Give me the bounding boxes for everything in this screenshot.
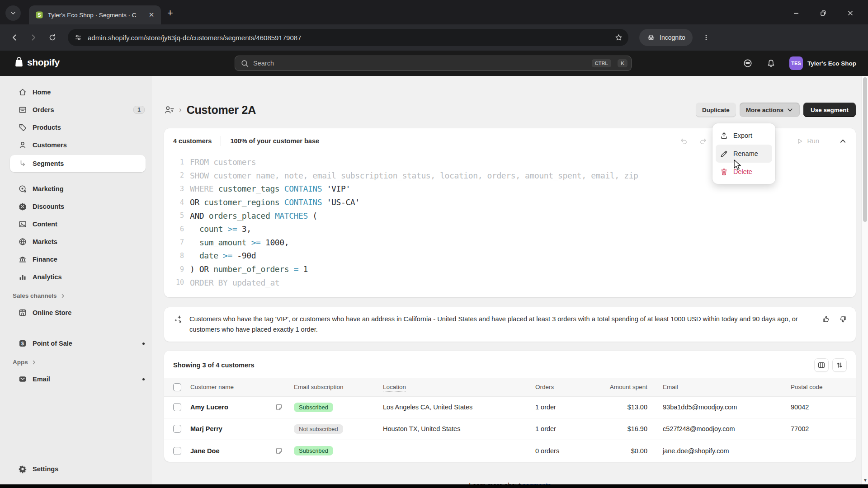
browser-menu-icon[interactable] [703,34,710,41]
undo-button[interactable] [679,137,688,145]
sidebar-item-analytics[interactable]: Analytics [0,268,152,286]
mouse-cursor [732,159,744,172]
search-icon [241,59,249,68]
sidekick-icon[interactable] [743,58,753,68]
bookmark-star-icon[interactable] [614,33,623,42]
select-all-checkbox[interactable] [173,383,181,391]
row-checkbox[interactable] [173,403,181,411]
scrollbar[interactable]: ▼ [861,76,868,484]
thumbs-down-icon[interactable] [838,315,847,324]
global-search-input[interactable]: Search CTRL K [235,56,632,71]
collapse-editor-button[interactable] [839,137,847,145]
line-number: 6 [172,225,184,233]
new-tab-button[interactable]: + [167,7,173,19]
sidebar-item-finance[interactable]: Finance [0,251,152,268]
cell-postal-code: 90042 [791,404,847,411]
table-row[interactable]: Jane DoeSubscribed0 orders$0.00jane.doe@… [164,440,856,462]
query-line-9[interactable]: 9) OR number_of_orders = 1 [172,263,847,276]
cell-customer-name[interactable]: Marj Perry [190,425,294,432]
row-checkbox[interactable] [173,447,181,455]
sidebar-item-home[interactable]: Home [0,84,152,101]
export-icon [720,131,728,140]
edit-columns-button[interactable] [814,358,829,372]
query-line-4[interactable]: 4OR customer_regions CONTAINS 'US-CA' [172,196,847,209]
query-line-8[interactable]: 8 date >= -90d [172,249,847,263]
tab-close-button[interactable]: ✕ [146,10,156,20]
query-line-6[interactable]: 6 count >= 3, [172,222,847,236]
subscription-badge: Not subscribed [294,424,343,434]
cell-customer-name[interactable]: Jane Doe [190,447,294,455]
use-segment-button[interactable]: Use segment [803,103,856,117]
menu-item-label: Rename [733,150,758,157]
back-button[interactable] [6,29,23,46]
shopify-topbar: shopify Search CTRL K TES Tyler's Eco Sh… [0,51,868,76]
table-row[interactable]: Amy LuceroSubscribedLos Angeles CA, Unit… [164,397,856,418]
browser-tab[interactable]: S Tyler's Eco Shop · Segments · C ✕ [29,5,161,24]
sidebar-item-products[interactable]: Products [0,119,152,136]
thumbs-up-icon[interactable] [822,315,831,324]
sidebar-item-segments[interactable]: Segments [10,155,146,172]
scrollbar-down-arrow[interactable]: ▼ [863,478,868,483]
customers-icon [18,141,27,150]
query-line-text: ) OR number_of_orders = 1 [190,264,308,274]
store-menu[interactable]: TES Tyler's Eco Shop [789,56,856,70]
analytics-icon [18,272,27,282]
sidebar-item-online-store[interactable]: Online Store [0,304,152,321]
query-line-5[interactable]: 5AND orders_placed MATCHES ( [172,209,847,222]
menu-item-export[interactable]: Export [716,127,772,145]
incognito-icon [646,33,656,42]
close-button[interactable] [843,6,858,20]
chevron-right-icon [31,360,37,365]
query-line-text: SHOW customer_name, note, email_subscrip… [190,171,638,180]
row-checkbox[interactable] [173,425,181,433]
sidebar-item-label: Markets [33,238,57,245]
scrollbar-thumb[interactable] [863,77,867,222]
minimize-icon [793,9,800,17]
subscription-badge: Subscribed [294,403,333,412]
sidebar-item-settings[interactable]: Settings [0,460,152,478]
status-dot [142,343,145,345]
sort-button[interactable] [832,358,847,372]
query-line-text: FROM customers [190,157,256,167]
query-line-3[interactable]: 3WHERE customer_tags CONTAINS 'VIP' [172,182,847,196]
redo-button[interactable] [699,137,708,145]
address-bar[interactable]: admin.shopify.com/store/jy63jq-dc/custom… [68,29,628,46]
cell-postal-code: 77002 [791,425,847,432]
reload-button[interactable] [44,29,61,46]
sidebar-item-orders[interactable]: Orders1 [0,101,152,118]
query-line-10[interactable]: 10ORDER BY updated_at [172,276,847,289]
sidebar-item-email[interactable]: Email [0,371,152,388]
chevron-down-icon [9,9,17,17]
column-header-location[interactable]: Location [383,384,535,390]
notifications-bell-icon[interactable] [766,59,776,68]
line-number: 7 [172,238,184,246]
sidebar-item-content[interactable]: Content [0,216,152,233]
sales-channels-header[interactable]: Sales channels [0,286,152,304]
rename-icon [720,150,728,158]
restore-button[interactable] [816,6,831,20]
sidebar-item-markets[interactable]: Markets [0,233,152,250]
site-settings-icon[interactable] [74,33,82,42]
table-row[interactable]: Marj PerryNot subscribedHouston TX, Unit… [164,418,856,440]
window-controls [788,6,868,24]
duplicate-button[interactable]: Duplicate [696,103,736,117]
chevron-down-icon [787,107,793,113]
minimize-button[interactable] [788,6,804,20]
query-line-text: sum_amount >= 1000, [190,238,289,247]
sidebar-item-point-of-sale[interactable]: $ Point of Sale [0,335,152,352]
sidebar-item-customers[interactable]: Customers [0,136,152,154]
shopify-logo[interactable]: shopify [14,56,60,68]
online-store-label: Online Store [33,309,71,316]
run-button[interactable]: Run [796,137,819,145]
sidebar-item-discounts[interactable]: Discounts [0,198,152,215]
apps-header[interactable]: Apps [0,352,152,370]
query-line-7[interactable]: 7 sum_amount >= 1000, [172,236,847,249]
sidebar-item-marketing[interactable]: Marketing [0,180,152,197]
cell-customer-name[interactable]: Amy Lucero [190,403,294,411]
tab-search-button[interactable] [5,5,21,21]
cell-amount-spent: $16.90 [597,425,647,432]
shopify-favicon-icon: S [35,11,43,19]
forward-button[interactable] [25,29,42,46]
segment-breadcrumb-icon[interactable] [164,105,175,115]
more-actions-button[interactable]: More actions [740,103,800,117]
